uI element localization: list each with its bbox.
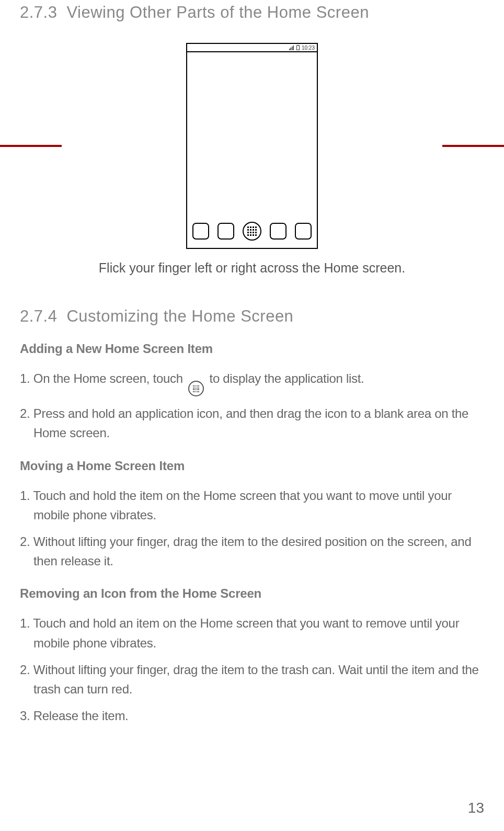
apps-button-icon xyxy=(243,222,261,241)
swipe-arrow-left-icon xyxy=(0,139,62,153)
swipe-arrow-right-icon xyxy=(442,139,504,153)
section-heading-273: 2.7.3Viewing Other Parts of the Home Scr… xyxy=(20,3,484,22)
removing-step-3: 3. Release the item. xyxy=(20,706,484,725)
phone-statusbar: 10:23 xyxy=(187,44,317,52)
section-title: Viewing Other Parts of the Home Screen xyxy=(66,3,369,21)
moving-step-1: 1. Touch and hold the item on the Home s… xyxy=(20,486,484,525)
step-text: 1. On the Home screen, touch xyxy=(20,371,186,385)
subheading-moving: Moving a Home Screen Item xyxy=(20,459,484,473)
moving-step-2: 2. Without lifting your finger, drag the… xyxy=(20,532,484,571)
battery-icon xyxy=(296,45,300,50)
dock-slot xyxy=(270,223,287,240)
adding-step-1: 1. On the Home screen, touch to display … xyxy=(20,369,484,396)
section-number: 2.7.3 xyxy=(20,3,57,21)
subheading-adding: Adding a New Home Screen Item xyxy=(20,341,484,356)
svg-rect-5 xyxy=(296,45,299,50)
dock-slot xyxy=(295,223,312,240)
apps-button-icon xyxy=(188,381,204,396)
illustration-caption: Flick your finger left or right across t… xyxy=(20,260,484,276)
dock-slot xyxy=(217,223,234,240)
section-title: Customizing the Home Screen xyxy=(66,307,293,325)
section-number: 2.7.4 xyxy=(20,307,57,325)
removing-step-1: 1. Touch and hold an item on the Home sc… xyxy=(20,613,484,652)
phone-dock xyxy=(192,220,312,243)
dock-slot xyxy=(192,223,209,240)
removing-step-2: 2. Without lifting your finger, drag the… xyxy=(20,660,484,699)
signal-icon xyxy=(289,45,294,50)
step-text: to display the application list. xyxy=(206,371,364,385)
svg-rect-3 xyxy=(293,45,294,50)
page-number: 13 xyxy=(468,800,484,816)
svg-rect-2 xyxy=(292,47,293,50)
phone-time: 10:23 xyxy=(302,45,315,51)
adding-step-2: 2. Press and hold an application icon, a… xyxy=(20,404,484,442)
subheading-removing: Removing an Icon from the Home Screen xyxy=(20,586,484,601)
phone-illustration: 10:23 xyxy=(20,43,484,249)
phone-frame: 10:23 xyxy=(186,43,318,249)
section-heading-274: 2.7.4Customizing the Home Screen xyxy=(20,307,484,326)
svg-rect-1 xyxy=(290,48,291,50)
svg-rect-0 xyxy=(289,49,290,50)
